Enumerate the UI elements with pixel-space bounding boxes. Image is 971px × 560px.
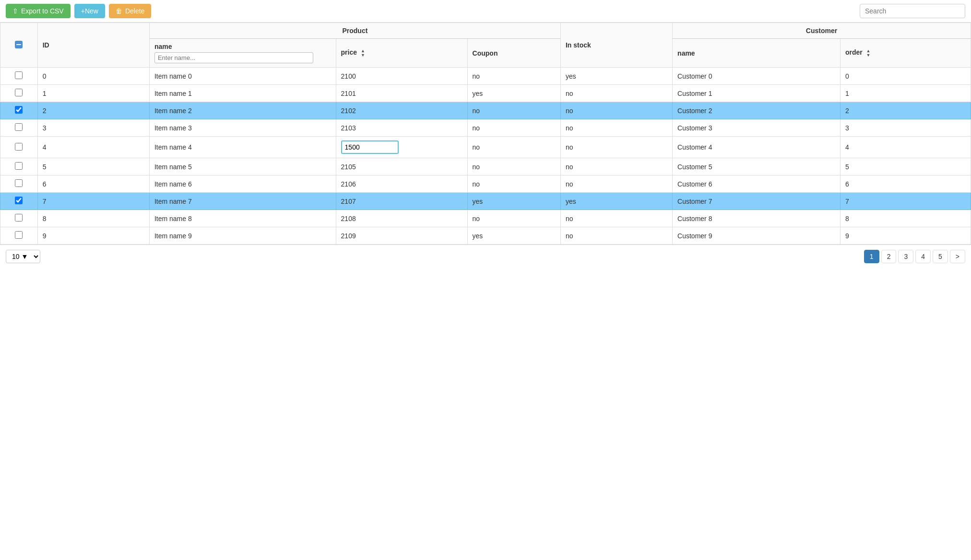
row-order: 7: [840, 193, 971, 210]
page-1-button[interactable]: 1: [864, 250, 879, 263]
row-customer-name: Customer 6: [673, 175, 841, 193]
row-id: 3: [37, 119, 149, 137]
table-row: 1Item name 12101yesnoCustomer 11: [0, 85, 971, 102]
row-checkbox[interactable]: [15, 162, 23, 170]
row-price: 2109: [336, 227, 467, 245]
row-coupon: no: [467, 210, 560, 227]
row-order: 2: [840, 102, 971, 119]
row-name: Item name 3: [149, 119, 336, 137]
row-check-cell[interactable]: [0, 102, 38, 119]
row-check-cell[interactable]: [0, 175, 38, 193]
row-order: 8: [840, 210, 971, 227]
row-checkbox[interactable]: [15, 231, 23, 239]
cust-name-label: name: [677, 49, 695, 57]
row-check-cell[interactable]: [0, 158, 38, 175]
row-check-cell[interactable]: [0, 227, 38, 245]
row-checkbox[interactable]: [15, 106, 23, 114]
row-id: 9: [37, 227, 149, 245]
coupon-col-header: Coupon: [467, 39, 560, 68]
per-page-select[interactable]: 10 ▼ 20 50: [6, 250, 40, 263]
row-checkbox[interactable]: [15, 197, 23, 204]
row-coupon: no: [467, 175, 560, 193]
deselect-all-icon[interactable]: [15, 41, 23, 48]
row-instock: no: [560, 227, 672, 245]
name-filter-input[interactable]: [154, 52, 313, 63]
trash-icon: 🗑: [116, 7, 122, 15]
row-check-cell[interactable]: [0, 193, 38, 210]
row-price: 2103: [336, 119, 467, 137]
row-instock: yes: [560, 193, 672, 210]
export-label: Export to CSV: [21, 7, 64, 15]
row-check-cell[interactable]: [0, 210, 38, 227]
row-check-cell[interactable]: [0, 68, 38, 85]
row-id: 6: [37, 175, 149, 193]
row-instock: no: [560, 175, 672, 193]
row-price: 2107: [336, 193, 467, 210]
customer-group-header: Customer: [673, 23, 971, 39]
row-name: Item name 6: [149, 175, 336, 193]
page-5-button[interactable]: 5: [933, 250, 948, 263]
price-sort-icon[interactable]: ▲ ▼: [361, 49, 365, 58]
row-customer-name: Customer 9: [673, 227, 841, 245]
export-csv-button[interactable]: ⇧ Export to CSV: [6, 4, 71, 18]
row-price: 2106: [336, 175, 467, 193]
id-col-header: ID: [37, 23, 149, 68]
select-all-header[interactable]: [0, 23, 38, 68]
row-coupon: yes: [467, 85, 560, 102]
name-col-header: name: [149, 39, 336, 68]
coupon-label: Coupon: [473, 49, 498, 57]
price-edit-input[interactable]: [341, 140, 399, 154]
row-price: 2101: [336, 85, 467, 102]
row-name: Item name 7: [149, 193, 336, 210]
page-3-button[interactable]: 3: [898, 250, 913, 263]
row-check-cell[interactable]: [0, 85, 38, 102]
row-price: 2100: [336, 68, 467, 85]
row-check-cell[interactable]: [0, 119, 38, 137]
data-table: ID Product In stock Customer name: [0, 23, 971, 245]
instock-col-header: In stock: [560, 23, 672, 68]
row-name: Item name 0: [149, 68, 336, 85]
row-customer-name: Customer 7: [673, 193, 841, 210]
page-4-button[interactable]: 4: [915, 250, 931, 263]
row-checkbox[interactable]: [15, 89, 23, 96]
row-price: 2105: [336, 158, 467, 175]
row-check-cell[interactable]: [0, 137, 38, 158]
delete-label: Delete: [125, 7, 144, 15]
row-order: 5: [840, 158, 971, 175]
row-id: 1: [37, 85, 149, 102]
table-row: 4Item name 4nonoCustomer 44: [0, 137, 971, 158]
order-col-header[interactable]: order ▲ ▼: [840, 39, 971, 68]
delete-button[interactable]: 🗑 Delete: [109, 4, 151, 18]
order-label: order: [845, 48, 863, 56]
instock-label: In stock: [566, 41, 591, 49]
row-price[interactable]: [336, 137, 467, 158]
search-input[interactable]: [860, 4, 965, 18]
row-instock: no: [560, 119, 672, 137]
row-price: 2102: [336, 102, 467, 119]
row-id: 2: [37, 102, 149, 119]
page-next-button[interactable]: >: [950, 250, 965, 263]
table-row: 9Item name 92109yesnoCustomer 99: [0, 227, 971, 245]
row-customer-name: Customer 0: [673, 68, 841, 85]
page-2-button[interactable]: 2: [881, 250, 897, 263]
row-instock: no: [560, 137, 672, 158]
row-checkbox[interactable]: [15, 179, 23, 187]
new-button[interactable]: +New: [74, 4, 105, 18]
price-label: price: [341, 48, 357, 56]
table-row: 8Item name 82108nonoCustomer 88: [0, 210, 971, 227]
row-id: 5: [37, 158, 149, 175]
row-checkbox[interactable]: [15, 71, 23, 79]
row-customer-name: Customer 1: [673, 85, 841, 102]
row-checkbox[interactable]: [15, 214, 23, 222]
order-sort-icon[interactable]: ▲ ▼: [866, 49, 871, 58]
row-order: 3: [840, 119, 971, 137]
table-row: 6Item name 62106nonoCustomer 66: [0, 175, 971, 193]
product-group-header: Product: [149, 23, 560, 39]
row-name: Item name 8: [149, 210, 336, 227]
row-checkbox[interactable]: [15, 143, 23, 151]
row-checkbox[interactable]: [15, 123, 23, 131]
data-table-container: ID Product In stock Customer name: [0, 23, 971, 245]
row-order: 4: [840, 137, 971, 158]
row-order: 6: [840, 175, 971, 193]
price-col-header[interactable]: price ▲ ▼: [336, 39, 467, 68]
